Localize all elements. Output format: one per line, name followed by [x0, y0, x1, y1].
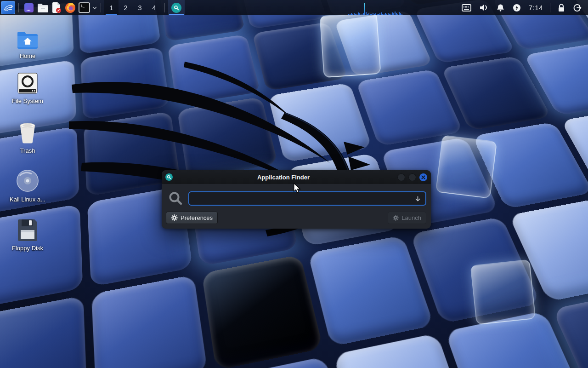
cpu-graph-bar — [385, 13, 386, 15]
desktop-icon-label: File System — [12, 98, 43, 104]
cpu-graph-bar — [393, 13, 394, 15]
launcher-app-window[interactable] — [22, 1, 36, 14]
desktop-icon-file-system[interactable]: File System — [5, 71, 51, 104]
workspace-button-2[interactable]: 2 — [119, 0, 133, 15]
glass-cube — [470, 259, 536, 325]
cpu-graph-bar — [348, 14, 349, 15]
trash-icon — [18, 121, 37, 144]
cpu-graph-bar — [371, 14, 372, 15]
cpu-graph-bar — [355, 14, 356, 15]
close-button[interactable] — [419, 173, 427, 181]
power-manager-icon[interactable] — [509, 0, 525, 15]
launch-button-label: Launch — [401, 214, 421, 221]
app-window-purple-icon — [23, 2, 34, 13]
notifications-bell-icon[interactable] — [492, 0, 509, 15]
desktop-icon-label: Kali Linux a... — [10, 196, 45, 203]
kali-menu-icon — [3, 3, 13, 12]
logout-icon[interactable] — [569, 0, 588, 15]
network-tray-icon[interactable] — [458, 0, 475, 15]
preferences-button-label: Preferences — [181, 214, 213, 221]
launcher-text-editor[interactable] — [50, 1, 63, 14]
cpu-graph-bar — [367, 14, 368, 15]
search-icon — [168, 191, 183, 206]
lock-icon[interactable] — [554, 0, 569, 15]
desktop-icon-label: Trash — [20, 147, 35, 154]
workspace-number: 1 — [109, 4, 113, 12]
application-finder-icon — [165, 173, 173, 181]
application-finder-window: Application Finder Preferences Launch — [162, 170, 431, 229]
cpu-graph-bar — [375, 13, 376, 15]
top-panel: $_ 1 2 3 4 7:14 — [0, 0, 588, 15]
application-finder-icon — [171, 3, 181, 13]
cpu-graph-bar — [389, 14, 390, 15]
desktop-icon-trash[interactable]: Trash — [5, 121, 51, 154]
panel-separator — [550, 3, 550, 12]
cpu-graph-bar — [366, 12, 367, 15]
minimize-button[interactable] — [397, 173, 405, 181]
wallpaper-cube — [308, 235, 434, 346]
launcher-file-manager[interactable] — [36, 1, 50, 14]
window-title: Application Finder — [173, 174, 394, 181]
firefox-icon — [65, 2, 76, 13]
cpu-graph[interactable] — [348, 1, 402, 15]
svg-text:$_: $_ — [80, 4, 85, 8]
cpu-graph-bar — [356, 14, 357, 15]
desktop-icon-kali-linux-iso[interactable]: Kali Linux a... — [5, 169, 51, 203]
panel-separator — [164, 3, 165, 12]
cpu-graph-bar — [392, 12, 393, 15]
clock[interactable]: 7:14 — [525, 4, 547, 12]
cpu-graph-bar — [396, 13, 397, 15]
workspace-button-4[interactable]: 4 — [147, 0, 161, 15]
volume-tray-icon[interactable] — [475, 0, 492, 15]
cpu-graph-bar — [386, 14, 387, 15]
cpu-graph-bar — [373, 13, 373, 15]
cpu-graph-bar — [401, 14, 402, 15]
cpu-graph-bar — [354, 13, 355, 15]
terminal-icon: $_ — [79, 2, 90, 13]
cpu-graph-bar — [362, 14, 362, 15]
panel-separator — [18, 3, 19, 12]
arrow-down-icon[interactable] — [414, 196, 421, 202]
cpu-graph-bar — [364, 3, 365, 15]
panel-spacer — [185, 0, 458, 15]
launch-gears-icon — [393, 215, 399, 221]
desktop-icon-label: Home — [20, 52, 36, 59]
cpu-graph-bar — [379, 13, 380, 15]
desktop-icon-floppy-disk[interactable]: Floppy Disk — [5, 218, 51, 252]
desktop-icon-label: Floppy Disk — [12, 245, 43, 252]
chevron-down-icon[interactable] — [92, 5, 97, 11]
launcher-firefox[interactable] — [63, 1, 77, 14]
cpu-graph-bar — [378, 14, 379, 15]
launcher-terminal[interactable]: $_ — [77, 1, 91, 14]
wallpaper-cube — [91, 275, 208, 368]
preferences-button[interactable]: Preferences — [166, 212, 218, 224]
hard-drive-icon — [17, 71, 38, 94]
taskbar-button-application-finder[interactable] — [168, 0, 185, 15]
panel-separator — [101, 3, 101, 12]
cpu-graph-bar — [397, 14, 398, 15]
cpu-graph-bar — [381, 12, 382, 15]
wallpaper-cube — [0, 296, 87, 368]
mouse-cursor — [293, 183, 302, 193]
desktop-icon-home[interactable]: Home — [5, 26, 51, 59]
cpu-graph-bar — [374, 14, 375, 15]
wallpaper-cube — [202, 255, 323, 368]
workspace-button-3[interactable]: 3 — [133, 0, 147, 15]
maximize-button[interactable] — [408, 173, 416, 181]
search-input[interactable] — [188, 191, 426, 206]
cpu-graph-bar — [361, 14, 362, 15]
cpu-graph-bar — [350, 14, 351, 15]
cpu-graph-bar — [388, 13, 389, 15]
workspace-button-1[interactable]: 1 — [104, 0, 119, 15]
cpu-graph-bar — [370, 14, 371, 15]
applications-menu-button[interactable] — [1, 1, 15, 14]
cpu-graph-bar — [352, 14, 353, 15]
cpu-graph-bar — [399, 12, 400, 15]
text-caret — [195, 195, 195, 203]
workspace-number: 2 — [124, 4, 127, 12]
cpu-graph-bar — [368, 13, 369, 15]
floppy-disk-icon — [17, 218, 38, 241]
window-titlebar[interactable]: Application Finder — [162, 170, 431, 184]
optical-disc-icon — [16, 169, 39, 192]
launch-button[interactable]: Launch — [388, 212, 426, 224]
